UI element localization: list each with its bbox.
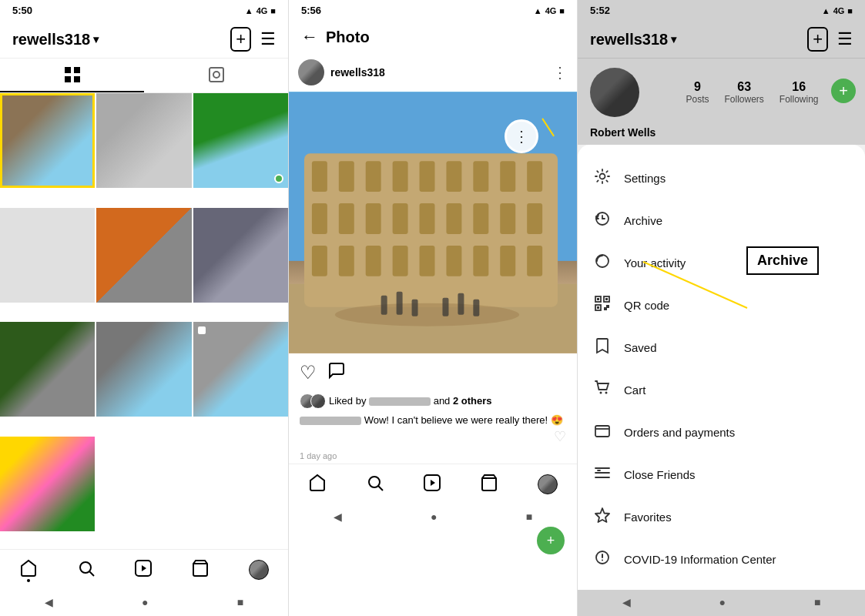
status-bar-2: 5:56 ▲ 4G ■: [289, 0, 577, 21]
home-btn-android-1[interactable]: ●: [142, 596, 148, 608]
top-bar-3: rewells318 ▾ + ☰: [578, 21, 865, 59]
white-dot: [198, 326, 206, 334]
recent-btn-android-2[interactable]: ■: [526, 511, 532, 523]
menu-item-saved[interactable]: Saved: [578, 326, 865, 369]
grid-cell-guy[interactable]: [96, 322, 191, 417]
settings-icon: [593, 168, 612, 189]
search-icon: [77, 559, 96, 578]
svg-rect-28: [446, 203, 461, 234]
tabs-row: [0, 59, 288, 93]
post-user-row: rewells318 ⋮: [289, 53, 577, 92]
tab-tag[interactable]: [144, 59, 288, 92]
panel-menu: 5:52 ▲ 4G ■ rewells318 ▾ + ☰ 9 Posts 63 …: [578, 0, 865, 616]
menu-item-orders-payments[interactable]: Orders and payments: [578, 411, 865, 454]
menu-item-covid[interactable]: COVID-19 Information Center: [578, 538, 865, 581]
panel-photo-detail: 5:56 ▲ 4G ■ ← Photo rewells318 ⋮: [289, 0, 578, 616]
green-fab-2[interactable]: +: [537, 527, 565, 554]
qr-code-icon: [593, 295, 612, 316]
nav-profile-2[interactable]: [531, 471, 564, 497]
grid-cell-colosseum[interactable]: [0, 93, 95, 188]
follow-button[interactable]: +: [831, 79, 856, 103]
like-caption-icon[interactable]: ♡: [554, 427, 566, 447]
grid-cell-cat[interactable]: [96, 93, 191, 188]
home-btn-android-2[interactable]: ●: [431, 511, 437, 523]
back-button[interactable]: ←: [301, 27, 318, 47]
nav-search[interactable]: [71, 556, 102, 584]
nav-home[interactable]: [13, 556, 44, 584]
grid-cell-selfie2[interactable]: [193, 322, 288, 417]
menu-item-cart[interactable]: Cart: [578, 369, 865, 411]
favorites-label: Favorites: [624, 511, 672, 524]
svg-rect-46: [458, 293, 464, 315]
back-btn-android-3[interactable]: ◀: [622, 596, 631, 608]
username-3[interactable]: rewells318 ▾: [590, 31, 676, 49]
archive-icon: [593, 210, 612, 231]
nav-search-2[interactable]: [360, 470, 391, 498]
svg-rect-23: [312, 203, 327, 234]
grid-cell-flower[interactable]: [0, 437, 95, 531]
menu-icon-3[interactable]: ☰: [837, 29, 853, 49]
recent-btn-android-3[interactable]: ■: [814, 596, 820, 608]
grid-cell-forest[interactable]: [193, 93, 288, 188]
back-btn-android-1[interactable]: ◀: [45, 596, 53, 608]
svg-rect-3: [74, 76, 80, 82]
menu-item-favorites[interactable]: Favorites: [578, 496, 865, 538]
menu-item-your-activity[interactable]: Your activity: [578, 242, 865, 284]
recent-btn-android-1[interactable]: ■: [237, 596, 243, 608]
posts-count: 9: [686, 80, 709, 94]
shop-icon: [191, 559, 210, 578]
orders-payments-icon: [593, 422, 612, 443]
time-3: 5:52: [590, 5, 610, 16]
home-btn-android-3[interactable]: ●: [719, 596, 726, 608]
add-icon[interactable]: +: [230, 27, 251, 52]
grid-cell-cat2[interactable]: [96, 208, 191, 303]
nav-profile[interactable]: [243, 557, 275, 583]
post-avatar[interactable]: [298, 59, 324, 85]
three-dots-button[interactable]: ⋮: [552, 63, 568, 82]
menu-item-qr-code[interactable]: QR code: [578, 284, 865, 326]
favorites-icon: [593, 507, 612, 527]
add-icon-3[interactable]: +: [807, 27, 828, 52]
comment-button[interactable]: [327, 361, 346, 384]
nav-home-2[interactable]: [302, 470, 333, 498]
bottom-nav-1: [0, 549, 288, 590]
like-button[interactable]: ♡: [300, 362, 317, 383]
grid-cell-selfie[interactable]: [193, 208, 288, 303]
back-btn-android-2[interactable]: ◀: [334, 511, 342, 523]
menu-item-close-friends[interactable]: Close Friends: [578, 454, 865, 496]
svg-rect-4: [210, 68, 223, 82]
svg-rect-18: [420, 161, 435, 192]
svg-rect-19: [446, 161, 461, 192]
svg-rect-27: [420, 203, 435, 234]
svg-rect-61: [605, 298, 608, 300]
svg-rect-30: [500, 203, 515, 234]
svg-rect-43: [397, 292, 403, 315]
menu-item-update-messaging[interactable]: Update messaging: [578, 581, 865, 590]
svg-rect-68: [595, 426, 609, 437]
android-nav-2: ◀ ● ■: [289, 504, 577, 531]
grid-cell-plants[interactable]: [0, 322, 95, 417]
svg-rect-20: [473, 161, 488, 192]
nav-shop[interactable]: [185, 556, 216, 584]
nav-shop-2[interactable]: [474, 470, 505, 498]
status-icons-1: ▲ 4G ■: [245, 6, 276, 15]
stats-group: 9 Posts 63 Followers 16 Following: [652, 80, 853, 105]
chevron-down-icon-3: ▾: [671, 33, 676, 45]
menu-item-archive[interactable]: Archive: [578, 199, 865, 242]
nav-reels-2[interactable]: [417, 470, 448, 498]
comment-icon: [327, 361, 346, 380]
svg-rect-29: [473, 203, 488, 234]
svg-rect-45: [442, 298, 448, 316]
stat-followers: 63 Followers: [724, 80, 763, 105]
svg-rect-31: [527, 203, 542, 234]
profile-avatar[interactable]: [590, 68, 639, 117]
post-username[interactable]: rewells318: [330, 66, 385, 79]
menu-icon[interactable]: ☰: [260, 29, 276, 49]
svg-rect-26: [393, 203, 408, 234]
username-1[interactable]: rewells318 ▾: [12, 31, 99, 49]
tab-grid[interactable]: [0, 59, 144, 92]
menu-item-settings[interactable]: Settings: [578, 157, 865, 199]
svg-rect-17: [393, 161, 408, 192]
nav-reels[interactable]: [128, 556, 159, 584]
svg-rect-0: [65, 67, 71, 73]
